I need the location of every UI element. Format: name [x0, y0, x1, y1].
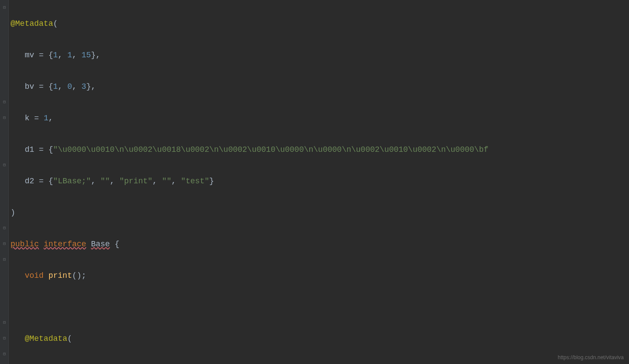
code-line[interactable]: [11, 299, 629, 315]
code-line[interactable]: d1 = {"\u0000\u0010\n\u0002\u0018\u0002\…: [11, 142, 629, 158]
code-line[interactable]: void print();: [11, 268, 629, 284]
fold-open-icon[interactable]: ⊟: [2, 116, 7, 121]
annotation: @Metadata: [11, 19, 53, 28]
type-name: Base: [91, 240, 110, 248]
fold-close-icon[interactable]: ⊟: [2, 352, 7, 357]
code-line[interactable]: ): [11, 205, 629, 220]
watermark: https://blog.csdn.net/vitaviva: [558, 354, 624, 360]
string: "test": [181, 177, 209, 186]
fold-open-icon[interactable]: ⊟: [2, 242, 7, 247]
code-line[interactable]: mv = {1, 1, 15},: [11, 47, 629, 63]
fold-open-icon[interactable]: ⊟: [2, 163, 7, 168]
code-line[interactable]: @Metadata(: [11, 331, 629, 346]
fold-close-icon[interactable]: ⊟: [2, 320, 7, 326]
code-line[interactable]: k = 1,: [11, 110, 629, 126]
method-name: print: [48, 271, 72, 280]
string: "LBase;": [53, 177, 91, 186]
mv-key: mv = {: [25, 51, 53, 60]
fold-close-icon[interactable]: ⊟: [2, 226, 7, 231]
k-key: k =: [25, 114, 43, 122]
close-paren: ): [11, 208, 15, 217]
number: 15: [81, 51, 91, 60]
fold-open-icon[interactable]: ⊟: [2, 257, 7, 262]
code-line[interactable]: @Metadata(: [11, 16, 629, 32]
brace: {: [115, 240, 120, 248]
keyword: public: [11, 240, 39, 248]
code-line[interactable]: d2 = {"LBase;", "", "print", "", "test"}: [11, 173, 629, 189]
fold-close-icon[interactable]: ⊟: [2, 336, 7, 341]
fold-open-icon[interactable]: ⊟: [2, 5, 7, 10]
punct: ();: [72, 271, 86, 280]
code-line[interactable]: mv = {1, 1, 15},: [11, 362, 629, 364]
d2-key: d2 = {: [25, 177, 53, 186]
code-area[interactable]: @Metadata( mv = {1, 1, 15}, bv = {1, 0, …: [11, 0, 629, 364]
bv-key: bv = {: [25, 82, 53, 91]
keyword: void: [25, 271, 43, 280]
fold-close-icon[interactable]: ⊟: [2, 100, 7, 105]
number: 3: [81, 82, 86, 91]
string: "": [100, 177, 110, 186]
number: 1: [44, 114, 49, 122]
annotation: @Metadata: [25, 334, 67, 343]
string: "": [162, 177, 172, 186]
code-line[interactable]: bv = {1, 0, 3},: [11, 79, 629, 94]
number: 1: [53, 51, 58, 60]
number: 1: [53, 82, 58, 91]
keyword: interface: [44, 240, 86, 248]
d1-key: d1 = {: [25, 145, 53, 154]
string: "print": [119, 177, 152, 186]
code-line[interactable]: public interface Base {: [11, 236, 629, 252]
code-editor[interactable]: ⊟ ⊟ ⊟ ⊟ ⊟ ⊟ ⊟ ⊟ ⊟ ⊟ @Metadata( mv = {1, …: [0, 0, 629, 364]
string: "\u0000\u0010\n\u0002\u0018\u0002\n\u000…: [53, 145, 488, 154]
gutter: ⊟ ⊟ ⊟ ⊟ ⊟ ⊟ ⊟ ⊟ ⊟ ⊟: [0, 0, 9, 364]
number: 1: [67, 51, 72, 60]
number: 0: [67, 82, 72, 91]
